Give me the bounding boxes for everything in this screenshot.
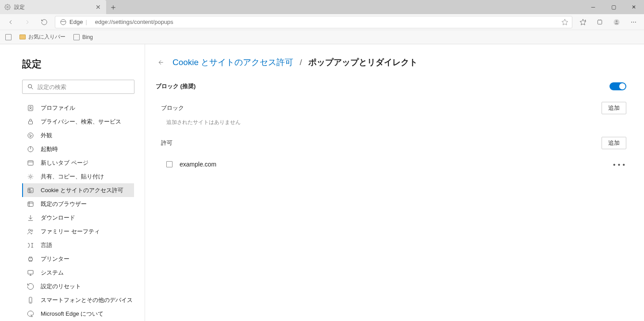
toolbar: Edge | edge://settings/content/popups ⋯ [0,14,644,30]
nav-label: プリンター [41,255,69,263]
nav-label: Microsoft Edge について [41,310,104,318]
breadcrumb: Cookie とサイトのアクセス許可 / ポップアップとリダイレクト [156,57,626,68]
svg-rect-18 [28,201,33,206]
tab-title: 設定 [14,4,91,11]
sidebar-item-11[interactable]: プリンター [22,252,134,266]
address-bar[interactable]: Edge | edge://settings/content/popups [55,16,572,28]
allowed-site-row: example.com● ● ● [156,154,626,175]
nav-label: システム [41,269,64,277]
folder-icon [19,35,26,39]
block-section-title: ブロック [161,104,184,112]
window-maximize[interactable]: ▢ [603,0,624,14]
svg-point-24 [30,302,31,302]
main-panel: Cookie とサイトのアクセス許可 / ポップアップとリダイレクト ブロック … [145,44,644,321]
close-icon[interactable]: ✕ [95,4,102,11]
svg-point-4 [616,20,617,22]
star-icon[interactable] [558,19,572,26]
back-arrow-icon[interactable] [156,57,166,68]
block-toggle[interactable] [610,82,626,90]
breadcrumb-sep: / [299,58,302,67]
nav-label: プライバシー、検索、サービス [41,118,121,126]
collections-icon[interactable] [592,14,608,30]
nav-icon [27,241,34,249]
sidebar-item-13[interactable]: 設定のリセット [22,279,134,293]
allow-section: 許可 追加 example.com● ● ● [156,135,626,175]
breadcrumb-link[interactable]: Cookie とサイトのアクセス許可 [172,57,293,68]
bookmark-folder[interactable]: お気に入りバー [19,33,65,41]
more-icon[interactable]: ● ● ● [612,157,626,171]
settings-search[interactable] [22,80,134,94]
svg-point-12 [30,136,31,137]
back-button[interactable] [3,14,19,30]
settings-sidebar: 設定 プロファイルプライバシー、検索、サービス外観起動時新しいタブ ページ共有、… [0,44,145,321]
window-minimize[interactable]: ─ [583,0,603,14]
sidebar-item-6[interactable]: Cookie とサイトのアクセス許可 [22,183,134,197]
nav-label: Cookie とサイトのアクセス許可 [41,186,123,194]
nav-icon [27,131,34,139]
nav-label: プロファイル [41,104,75,112]
nav-icon [27,310,34,318]
reload-button[interactable] [36,14,52,30]
favorites-icon[interactable] [575,14,591,30]
sidebar-item-3[interactable]: 起動時 [22,142,134,156]
allow-add-button[interactable]: 追加 [602,137,626,149]
window-close[interactable]: ✕ [624,0,644,14]
nav-label: ダウンロード [41,214,75,222]
bookmark-label: Bing [82,34,93,40]
sidebar-item-5[interactable]: 共有、コピー、貼り付け [22,170,134,183]
bookmarks-bar: お気に入りバー Bing [0,30,644,44]
sidebar-item-2[interactable]: 外観 [22,128,134,142]
nav-icon [27,159,34,167]
nav-icon [27,145,34,153]
nav-icon [27,269,34,277]
sidebar-item-0[interactable]: プロファイル [22,101,134,115]
page-icon [5,34,12,40]
bookmark-item[interactable]: Bing [73,34,93,40]
search-input[interactable] [38,84,130,90]
svg-rect-21 [29,258,33,260]
sidebar-item-7[interactable]: 既定のブラウザー [22,197,134,211]
bookmark-label: お気に入りバー [28,33,65,41]
nav-label: 新しいタブ ページ [41,159,88,167]
forward-button[interactable] [19,14,35,30]
new-tab-button[interactable]: ＋ [106,0,120,14]
nav-label: 起動時 [41,145,58,153]
nav-icon [27,228,34,236]
sidebar-item-1[interactable]: プライバシー、検索、サービス [22,115,134,128]
nav-icon [27,296,34,304]
nav-label: 外観 [41,131,52,139]
sidebar-item-4[interactable]: 新しいタブ ページ [22,156,134,170]
sidebar-title: 設定 [22,58,134,71]
profile-avatar[interactable] [609,14,625,30]
sidebar-item-9[interactable]: ファミリー セーフティ [22,224,134,238]
sidebar-item-12[interactable]: システム [22,266,134,279]
nav-icon [27,118,34,126]
nav-icon [27,173,34,181]
svg-rect-8 [29,121,33,124]
bookmark-item[interactable] [5,34,12,40]
block-add-button[interactable]: 追加 [602,102,626,114]
edge-badge: Edge | [55,19,92,26]
svg-point-7 [30,106,31,108]
nav-label: 共有、コピー、貼り付け [41,173,104,181]
block-toggle-label: ブロック (推奨) [156,82,196,90]
block-section: ブロック 追加 追加されたサイトはありません [156,100,626,126]
edge-label: Edge [69,19,83,25]
sidebar-item-14[interactable]: スマートフォンとその他のデバイス [22,293,134,307]
sidebar-item-8[interactable]: ダウンロード [22,211,134,224]
window-titlebar: 設定 ✕ ＋ ─ ▢ ✕ [0,0,644,14]
svg-point-9 [28,133,33,138]
nav-icon [27,104,34,112]
block-toggle-row: ブロック (推奨) [156,80,626,93]
nav-label: 言語 [41,241,52,249]
content: 設定 プロファイルプライバシー、検索、サービス外観起動時新しいタブ ページ共有、… [0,44,644,321]
svg-point-10 [30,134,31,135]
sidebar-item-10[interactable]: 言語 [22,238,134,252]
svg-point-1 [61,19,66,25]
svg-rect-22 [28,270,33,274]
menu-button[interactable]: ⋯ [625,14,641,30]
sidebar-item-15[interactable]: Microsoft Edge について [22,307,134,321]
browser-tab[interactable]: 設定 ✕ [0,0,106,14]
nav-icon [27,282,34,290]
nav-label: スマートフォンとその他のデバイス [41,296,133,304]
